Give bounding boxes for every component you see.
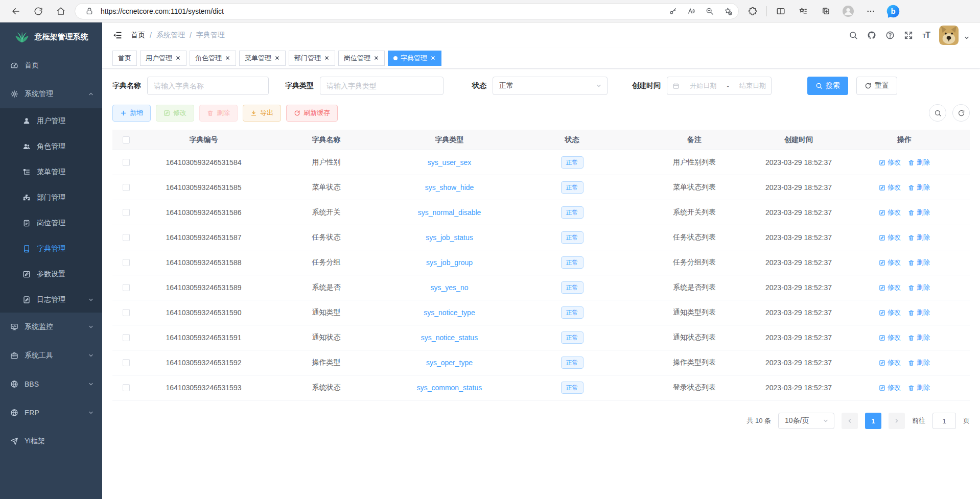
reset-button[interactable]: 重置 [856, 77, 897, 95]
goto-page-input[interactable] [932, 413, 956, 429]
row-delete-button[interactable]: 删除 [908, 258, 930, 267]
prev-page-button[interactable] [842, 413, 858, 429]
export-button[interactable]: 导出 [243, 105, 281, 122]
tab-dict-mgmt[interactable]: 字典管理 [388, 51, 441, 66]
row-checkbox[interactable] [123, 359, 130, 366]
browser-home-button[interactable] [52, 3, 69, 20]
refresh-cache-button[interactable]: 刷新缓存 [286, 105, 338, 122]
close-icon[interactable] [175, 55, 181, 61]
row-edit-button[interactable]: 修改 [879, 183, 901, 192]
dict-type-link[interactable]: sys_yes_no [431, 283, 469, 292]
github-icon[interactable] [867, 31, 876, 40]
dict-type-link[interactable]: sys_oper_type [426, 359, 473, 367]
password-key-icon[interactable] [666, 4, 680, 18]
dict-type-link[interactable]: sys_job_status [426, 233, 473, 242]
tab-user-mgmt[interactable]: 用户管理 [140, 51, 186, 66]
user-avatar[interactable] [939, 26, 959, 45]
split-screen-icon[interactable] [772, 3, 789, 20]
bing-chat-icon[interactable]: b [884, 3, 902, 20]
tab-home[interactable]: 首页 [112, 51, 137, 66]
dict-type-link[interactable]: sys_common_status [417, 384, 482, 392]
sidebar-item-dept-mgmt[interactable]: 部门管理 [0, 185, 102, 210]
tab-role-mgmt[interactable]: 角色管理 [190, 51, 236, 66]
breadcrumb-system-mgmt[interactable]: 系统管理 [156, 31, 185, 40]
row-delete-button[interactable]: 删除 [908, 158, 930, 167]
row-edit-button[interactable]: 修改 [879, 333, 901, 342]
row-checkbox[interactable] [123, 234, 130, 241]
sidebar-item-menu-mgmt[interactable]: 菜单管理 [0, 159, 102, 185]
dict-type-link[interactable]: sys_job_group [426, 258, 473, 267]
browser-back-button[interactable] [7, 3, 25, 20]
row-edit-button[interactable]: 修改 [879, 258, 901, 267]
fullscreen-icon[interactable] [904, 31, 913, 40]
row-delete-button[interactable]: 删除 [908, 333, 930, 342]
page-number-1[interactable]: 1 [865, 413, 881, 429]
row-edit-button[interactable]: 修改 [879, 383, 901, 392]
close-icon[interactable] [274, 55, 280, 61]
row-delete-button[interactable]: 删除 [908, 183, 930, 192]
row-checkbox[interactable] [123, 334, 130, 341]
sidebar-item-system-tools[interactable]: 系统工具 [0, 341, 102, 370]
extensions-icon[interactable] [744, 3, 761, 20]
row-checkbox[interactable] [123, 259, 130, 266]
row-checkbox[interactable] [123, 384, 130, 391]
show-search-button[interactable] [929, 104, 946, 122]
sidebar-item-post-mgmt[interactable]: 岗位管理 [0, 210, 102, 236]
sidebar-item-yi-framework[interactable]: Yi框架 [0, 427, 102, 456]
dict-type-link[interactable]: sys_show_hide [425, 183, 474, 192]
sidebar-item-user-mgmt[interactable]: 用户管理 [0, 108, 102, 134]
row-checkbox[interactable] [123, 184, 130, 191]
row-delete-button[interactable]: 删除 [908, 358, 930, 367]
row-edit-button[interactable]: 修改 [879, 233, 901, 242]
sidebar-item-system-monitor[interactable]: 系统监控 [0, 313, 102, 341]
address-bar[interactable]: https://ccnetcore.com:1101/system/dict [75, 3, 739, 19]
sidebar-item-home[interactable]: 首页 [0, 51, 102, 80]
header-search-icon[interactable] [849, 31, 858, 40]
row-delete-button[interactable]: 删除 [908, 308, 930, 317]
breadcrumb-home[interactable]: 首页 [131, 31, 145, 40]
row-edit-button[interactable]: 修改 [879, 308, 901, 317]
tab-post-mgmt[interactable]: 岗位管理 [338, 51, 385, 66]
dict-name-input[interactable] [147, 77, 269, 95]
page-size-select[interactable]: 10条/页 [778, 413, 834, 429]
font-size-icon[interactable]: TT [922, 31, 930, 40]
browser-refresh-button[interactable] [30, 3, 47, 20]
close-icon[interactable] [324, 55, 330, 61]
refresh-table-button[interactable] [952, 104, 970, 122]
status-select[interactable]: 正常 [493, 77, 608, 95]
dict-type-link[interactable]: sys_notice_status [421, 334, 478, 342]
dict-type-link[interactable]: sys_normal_disable [418, 208, 481, 217]
help-icon[interactable] [885, 31, 895, 40]
sidebar-item-param-settings[interactable]: 参数设置 [0, 262, 102, 287]
row-checkbox[interactable] [123, 284, 130, 291]
close-icon[interactable] [225, 55, 230, 61]
row-checkbox[interactable] [123, 309, 130, 316]
browser-profile-avatar[interactable] [839, 3, 857, 20]
close-icon[interactable] [374, 55, 379, 61]
close-icon[interactable] [430, 55, 436, 61]
row-edit-button[interactable]: 修改 [879, 158, 901, 167]
add-button[interactable]: 新增 [112, 105, 151, 122]
row-delete-button[interactable]: 删除 [908, 233, 930, 242]
dict-type-input[interactable] [320, 77, 444, 95]
row-edit-button[interactable]: 修改 [879, 358, 901, 367]
edit-button[interactable]: 修改 [156, 105, 194, 122]
zoom-out-icon[interactable] [703, 4, 717, 18]
tab-menu-mgmt[interactable]: 菜单管理 [239, 51, 286, 66]
sidebar-item-role-mgmt[interactable]: 角色管理 [0, 134, 102, 159]
delete-button[interactable]: 删除 [199, 105, 238, 122]
row-delete-button[interactable]: 删除 [908, 208, 930, 217]
dict-type-link[interactable]: sys_user_sex [428, 158, 472, 167]
sidebar-item-log-mgmt[interactable]: 日志管理 [0, 287, 102, 313]
read-aloud-icon[interactable] [684, 4, 698, 18]
row-delete-button[interactable]: 删除 [908, 383, 930, 392]
favorite-add-icon[interactable] [721, 4, 735, 18]
browser-menu-icon[interactable] [862, 3, 879, 20]
row-checkbox[interactable] [123, 209, 130, 216]
sidebar-item-erp[interactable]: ERP [0, 398, 102, 427]
row-checkbox[interactable] [123, 159, 130, 166]
sidebar-item-bbs[interactable]: BBS [0, 370, 102, 398]
sidebar-item-system-mgmt[interactable]: 系统管理 [0, 80, 102, 108]
row-edit-button[interactable]: 修改 [879, 208, 901, 217]
select-all-checkbox[interactable] [123, 136, 130, 144]
